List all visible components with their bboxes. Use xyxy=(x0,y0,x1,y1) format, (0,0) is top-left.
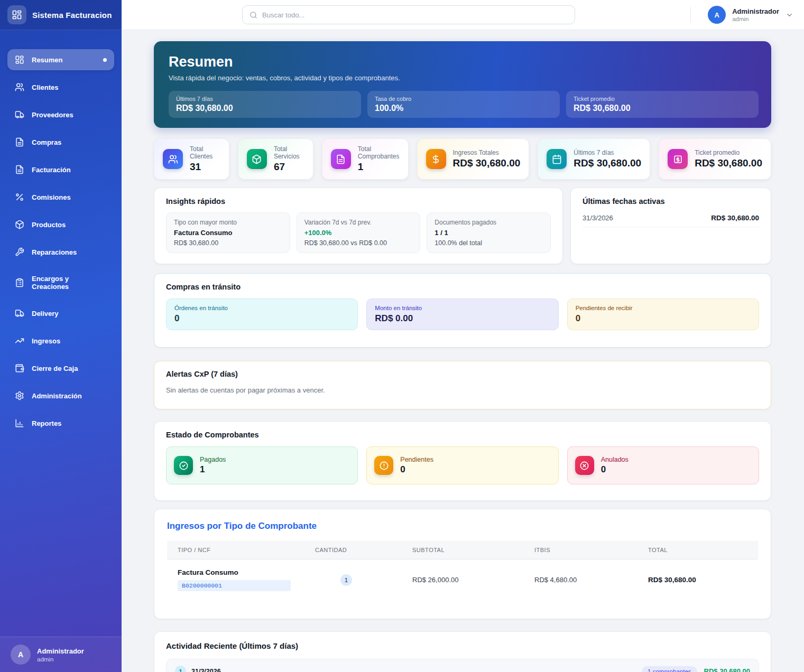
sidebar-item-label: Clientes xyxy=(32,83,59,91)
sidebar-item-ingresos[interactable]: Ingresos xyxy=(7,330,114,351)
col-subtotal: SUBTOTAL xyxy=(402,541,524,559)
insight-sub: 100.0% del total xyxy=(435,239,543,247)
sidebar-item-reparaciones[interactable]: Reparaciones xyxy=(7,241,114,263)
users-icon xyxy=(163,149,183,169)
estado-label: Pendientes xyxy=(400,456,433,463)
insight-value: Factura Consumo xyxy=(174,229,282,237)
sidebar-item-resumen[interactable]: Resumen xyxy=(7,49,114,70)
actividad-count-pill: 1 comprobantes xyxy=(642,666,697,672)
insight-tipo-mayor-monto: Tipo con mayor monto Factura Consumo RD$… xyxy=(166,212,290,253)
insight-sub: RD$ 30,680.00 vs RD$ 0.00 xyxy=(304,239,413,247)
sidebar-user[interactable]: A Administrador admin xyxy=(0,637,122,672)
row-tipo: Factura Consumo xyxy=(178,568,304,576)
transito-monto: Monto en tránsito RD$ 0.00 xyxy=(366,298,558,330)
transito-label: Monto en tránsito xyxy=(375,305,550,311)
sidebar-item-proveedores[interactable]: Proveedores xyxy=(7,104,114,125)
insight-label: Variación 7d vs 7d prev. xyxy=(304,219,413,226)
sidebar-item-facturacion[interactable]: Facturación xyxy=(7,159,114,180)
sidebar-item-label: Comisiones xyxy=(32,193,71,201)
stat-value: RD$ 30,680.00 xyxy=(695,157,762,169)
estado-label: Pagados xyxy=(200,456,226,463)
search-input[interactable] xyxy=(262,11,568,19)
gear-icon xyxy=(15,391,24,400)
stat-total-comprobantes: Total Comprobantes 1 xyxy=(322,138,409,180)
estado-value: 0 xyxy=(601,464,629,475)
bar-chart-icon xyxy=(15,418,24,428)
stat-label: Últimos 7 días xyxy=(574,149,641,156)
sidebar-item-cierre-caja[interactable]: Cierre de Caja xyxy=(7,358,114,379)
estado-label: Anulados xyxy=(601,456,629,463)
insight-label: Tipo con mayor monto xyxy=(174,219,282,226)
user-role: admin xyxy=(732,16,779,22)
section-title: Compras en tránsito xyxy=(166,283,759,291)
sidebar-item-administracion[interactable]: Administración xyxy=(7,385,114,406)
sidebar-item-productos[interactable]: Productos xyxy=(7,214,114,235)
sidebar-item-label: Reparaciones xyxy=(32,248,77,256)
col-cantidad: CANTIDAD xyxy=(304,541,402,559)
stat-value: RD$ 30,680.00 xyxy=(574,157,641,169)
hero-resumen: Resumen Vista rápida del negocio: ventas… xyxy=(154,41,771,128)
sidebar-item-compras[interactable]: Compras xyxy=(7,132,114,153)
main-area: A Administrador admin Resumen Vista rápi… xyxy=(122,0,804,672)
sidebar-item-reportes[interactable]: Reportes xyxy=(7,413,114,434)
page-subtitle: Vista rápida del negocio: ventas, cobros… xyxy=(169,74,759,82)
pill-value: 100.0% xyxy=(375,104,552,113)
pill-label: Últimos 7 días xyxy=(176,96,354,102)
search-icon xyxy=(249,11,257,19)
hero-pill-ultimos-7-dias: Últimos 7 días RD$ 30,680.00 xyxy=(169,91,361,118)
actividad-reciente-card: Actividad Reciente (Últimos 7 días) 1 31… xyxy=(154,631,771,672)
sidebar-item-delivery[interactable]: Delivery xyxy=(7,303,114,324)
pill-value: RD$ 30,680.00 xyxy=(574,104,751,113)
user-name: Administrador xyxy=(732,7,779,15)
insight-sub: RD$ 30,680.00 xyxy=(174,239,282,247)
document-icon xyxy=(331,149,351,169)
insight-value: +100.0% xyxy=(304,229,413,237)
file-text-icon xyxy=(15,137,24,147)
avatar[interactable]: A xyxy=(708,6,726,24)
alertas-cxp-card: Alertas CxP (7 días) Sin alertas de cuen… xyxy=(154,361,771,409)
sidebar-item-label: Cierre de Caja xyxy=(32,365,78,372)
ingresos-tipo-card: Ingresos por Tipo de Comprobante TIPO / … xyxy=(154,509,771,619)
transito-ordenes: Órdenes en tránsito 0 xyxy=(166,298,358,330)
page-title: Resumen xyxy=(169,54,759,70)
chevron-down-icon[interactable] xyxy=(785,11,793,19)
estado-pendientes: Pendientes 0 xyxy=(366,446,558,484)
actividad-date: 31/3/2026 xyxy=(191,668,221,672)
section-title: Insights rápidos xyxy=(166,197,551,206)
stat-ticket-promedio: Ticket promedio RD$ 30,680.00 xyxy=(659,138,771,180)
estado-value: 1 xyxy=(200,464,226,475)
actividad-badge: 1 xyxy=(175,666,186,672)
dashboard-content: Resumen Vista rápida del negocio: ventas… xyxy=(122,30,804,672)
table-header-row: TIPO / NCF CANTIDAD SUBTOTAL ITBIS TOTAL xyxy=(167,541,758,559)
user-role: admin xyxy=(37,656,84,662)
calendar-icon xyxy=(547,149,567,169)
topbar: A Administrador admin xyxy=(122,0,804,30)
table-row[interactable]: Factura Consumo B0200000001 1 RD$ 26,000… xyxy=(167,559,758,601)
wrench-icon xyxy=(15,247,24,257)
fecha-row: 31/3/2026 RD$ 30,680.00 xyxy=(583,214,759,227)
compras-transito-card: Compras en tránsito Órdenes en tránsito … xyxy=(154,273,771,348)
active-dot xyxy=(103,58,107,62)
row-itbis: RD$ 4,680.00 xyxy=(524,559,637,601)
sidebar-item-comisiones[interactable]: Comisiones xyxy=(7,186,114,208)
row-subtotal: RD$ 26,000.00 xyxy=(402,559,524,601)
stat-value: 31 xyxy=(190,161,220,173)
sidebar-item-label: Ingresos xyxy=(32,337,60,345)
global-search[interactable] xyxy=(242,5,575,24)
stat-label: Ingresos Totales xyxy=(453,149,521,156)
sidebar-item-encargos[interactable]: Encargos y Creaciones xyxy=(7,269,114,296)
sidebar-nav: Resumen Clientes Proveedores Compras Fac… xyxy=(0,30,122,434)
stat-label: Total Servicios xyxy=(274,145,304,160)
stat-value: RD$ 30,680.00 xyxy=(453,157,521,169)
truck-icon xyxy=(15,309,24,318)
user-name: Administrador xyxy=(37,647,84,655)
transito-label: Pendientes de recibir xyxy=(576,305,751,311)
ingresos-tipo-table: TIPO / NCF CANTIDAD SUBTOTAL ITBIS TOTAL… xyxy=(167,541,758,600)
table-title: Ingresos por Tipo de Comprobante xyxy=(167,521,758,531)
sidebar-item-clientes[interactable]: Clientes xyxy=(7,77,114,98)
dollar-icon xyxy=(426,149,446,169)
stat-value: 1 xyxy=(358,161,400,173)
alert-circle-icon xyxy=(374,456,393,475)
hero-pill-ticket-promedio: Ticket promedio RD$ 30,680.00 xyxy=(566,91,759,118)
pill-value: RD$ 30,680.00 xyxy=(176,104,354,113)
